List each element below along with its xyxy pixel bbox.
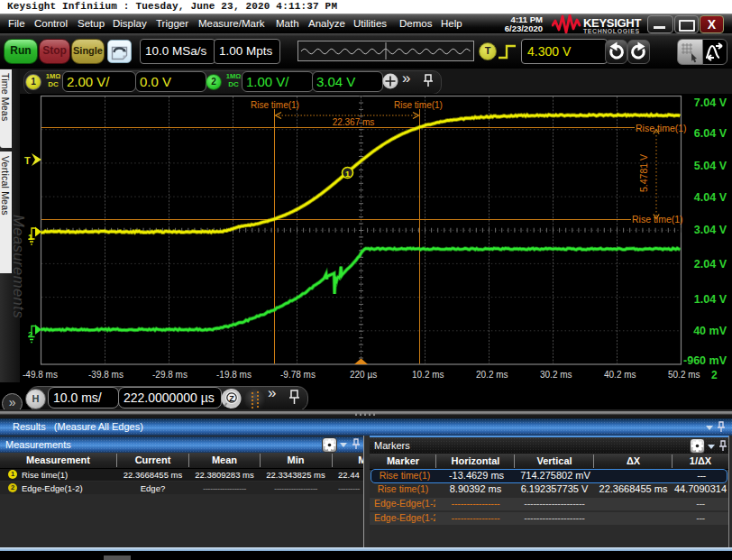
svg-text:1: 1 bbox=[28, 232, 33, 242]
svg-text:1: 1 bbox=[345, 170, 350, 179]
svg-text:Rise time(1): Rise time(1) bbox=[251, 100, 299, 110]
svg-text:T: T bbox=[24, 155, 31, 166]
svg-text:22.367 ms: 22.367 ms bbox=[333, 117, 375, 127]
svg-text:Rise time(1): Rise time(1) bbox=[636, 123, 687, 133]
svg-text:Z: Z bbox=[229, 394, 234, 403]
svg-text:Rise time(1): Rise time(1) bbox=[394, 100, 443, 110]
svg-text:2: 2 bbox=[28, 329, 32, 339]
svg-text:Rise time(1): Rise time(1) bbox=[632, 214, 683, 225]
svg-text:5.4781 V: 5.4781 V bbox=[638, 154, 649, 192]
